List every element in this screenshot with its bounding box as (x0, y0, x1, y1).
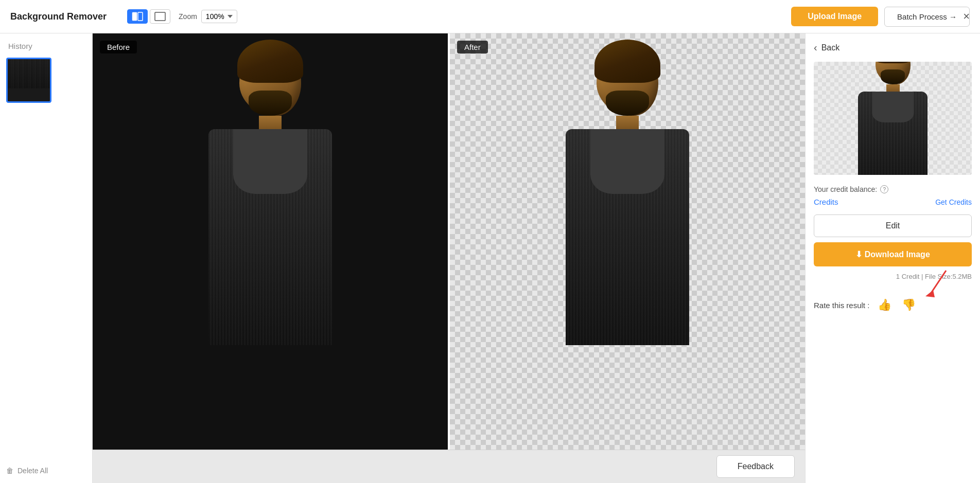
back-label: Back (821, 43, 840, 52)
red-arrow-icon (915, 265, 956, 301)
credit-section: Your credit balance: ? Credits Get Credi… (814, 185, 972, 206)
back-arrow-icon: ‹ (814, 42, 817, 53)
after-label: After (457, 41, 488, 53)
credit-balance-label: Your credit balance: ? (814, 185, 972, 193)
svg-rect-1 (138, 12, 143, 21)
rate-label: Rate this result : (814, 301, 869, 310)
history-label: History (6, 42, 86, 50)
svg-rect-2 (155, 12, 165, 21)
thumbs-down-icon: 👎 (902, 298, 916, 311)
zoom-select[interactable]: 50% 75% 100% 125% 150% 200% (201, 10, 237, 23)
download-image-button[interactable]: ⬇ Download Image (814, 242, 972, 266)
back-button[interactable]: ‹ Back (814, 42, 972, 53)
edit-button[interactable]: Edit (814, 214, 972, 237)
download-section: ⬇ Download Image 1 Credit | File Size:5.… (814, 242, 972, 296)
credits-label[interactable]: Credits (814, 198, 838, 206)
svg-marker-4 (925, 290, 935, 297)
result-preview-inner (814, 62, 972, 175)
trash-icon: 🗑 (6, 467, 13, 475)
credit-row: Credits Get Credits (814, 198, 972, 206)
thumbs-up-button[interactable]: 👍 (876, 296, 894, 314)
get-credits-link[interactable]: Get Credits (935, 198, 972, 206)
before-label: Before (100, 41, 137, 53)
header: Background Remover Zoom 50% 75% 100% 125… (0, 0, 980, 33)
thumbs-up-icon: 👍 (878, 298, 891, 311)
svg-rect-0 (132, 12, 137, 21)
result-preview (814, 62, 972, 175)
close-button[interactable]: × (963, 11, 970, 22)
sidebar: History 🗑 Delete All (0, 33, 93, 483)
before-panel: Before (93, 33, 448, 450)
main-layout: History 🗑 Delete All (0, 33, 980, 483)
canvas-panels: Before (93, 33, 805, 450)
canvas-area: Before (93, 33, 805, 483)
zoom-label: Zoom (179, 12, 197, 21)
split-view-button[interactable] (127, 9, 148, 24)
credit-help-icon[interactable]: ? (880, 185, 888, 193)
view-toggle (127, 9, 170, 24)
right-panel: ‹ Back Y (805, 33, 980, 483)
after-panel: After (450, 33, 805, 450)
canvas-footer: Feedback (93, 450, 805, 483)
upload-image-button[interactable]: Upload Image (791, 7, 878, 26)
app-title: Background Remover (10, 11, 107, 22)
feedback-button[interactable]: Feedback (716, 455, 795, 478)
batch-process-button[interactable]: Batch Process → (884, 7, 970, 27)
delete-all-button[interactable]: 🗑 Delete All (6, 467, 86, 475)
history-item[interactable] (6, 58, 51, 103)
delete-all-label: Delete All (18, 467, 48, 475)
arrow-annotation: 1 Credit | File Size:5.2MB (814, 271, 972, 296)
single-view-button[interactable] (150, 9, 170, 24)
svg-line-3 (931, 271, 946, 294)
after-image (450, 33, 805, 450)
before-image (93, 33, 448, 450)
